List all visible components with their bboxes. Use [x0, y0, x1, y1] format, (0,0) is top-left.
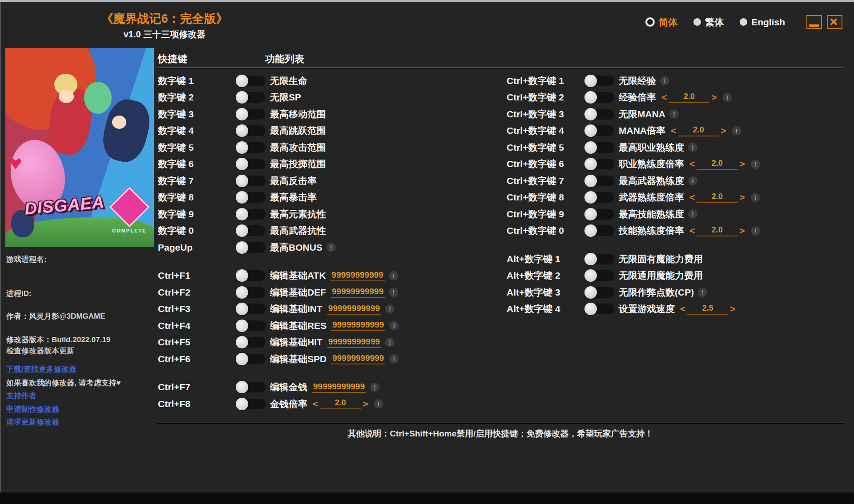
- toggle-switch[interactable]: [237, 209, 266, 220]
- toggle-knob-icon: [236, 191, 248, 204]
- cover-art-shape: [84, 82, 112, 114]
- request-update-link[interactable]: 请求更新修改器: [6, 417, 59, 427]
- stepper-value-field[interactable]: 2.0: [697, 192, 737, 203]
- check-update-link[interactable]: 检查修改器版本更新: [6, 346, 74, 356]
- toggle-switch[interactable]: [237, 382, 266, 392]
- trainer-row: 数字键 9最高元素抗性: [158, 206, 399, 223]
- stepper-decrease-icon[interactable]: <: [688, 225, 697, 236]
- support-author-link[interactable]: 支持作者: [6, 391, 36, 401]
- stepper-value-field[interactable]: 2.0: [697, 159, 737, 170]
- alert-icon: !: [688, 209, 697, 219]
- toggle-switch[interactable]: [586, 209, 614, 220]
- toggle-switch[interactable]: [586, 125, 614, 136]
- stepper-increase-icon[interactable]: >: [709, 92, 718, 103]
- more-trainers-link[interactable]: 下载/查找更多修改器: [6, 364, 77, 374]
- stepper-decrease-icon[interactable]: <: [660, 92, 669, 103]
- toggle-switch[interactable]: [237, 270, 266, 281]
- hotkey-label: 数字键 0: [158, 224, 237, 237]
- stepper-value-field[interactable]: 2.0: [678, 125, 719, 136]
- function-label: 金钱倍率: [270, 398, 307, 410]
- toggle-switch[interactable]: [586, 287, 614, 298]
- function-label: 编辑基础INT: [270, 303, 322, 315]
- stepper-value-field[interactable]: 2.0: [669, 92, 709, 103]
- hotkey-label: Alt+数字键 1: [507, 253, 586, 265]
- value-field[interactable]: 99999999999: [327, 304, 381, 315]
- function-label: 编辑基础DEF: [270, 286, 326, 299]
- toggle-switch[interactable]: [237, 92, 266, 103]
- language-bar: 简体 繁体 English: [645, 15, 842, 29]
- stepper-value-field[interactable]: 2.5: [687, 304, 728, 315]
- value-field[interactable]: 99999999999: [312, 382, 366, 393]
- stepper-increase-icon[interactable]: >: [728, 304, 737, 314]
- toggle-switch[interactable]: [237, 337, 266, 348]
- hotkey-label: 数字键 1: [158, 75, 237, 87]
- toggle-switch[interactable]: [586, 192, 614, 203]
- toggle-switch[interactable]: [586, 76, 614, 86]
- stepper-value-field[interactable]: 2.0: [320, 398, 361, 409]
- alert-icon: !: [751, 160, 760, 169]
- toggle-switch[interactable]: [586, 225, 614, 236]
- toggle-knob-icon: [236, 353, 248, 365]
- toggle-switch[interactable]: [237, 159, 266, 169]
- function-label: 武器熟练度倍率: [619, 191, 684, 204]
- toggle-switch[interactable]: [237, 225, 266, 236]
- toggle-switch[interactable]: [586, 109, 614, 120]
- value-field[interactable]: 99999999999: [331, 320, 385, 331]
- toggle-switch[interactable]: [237, 176, 266, 186]
- toggle-switch[interactable]: [237, 76, 266, 86]
- stepper-decrease-icon[interactable]: <: [311, 399, 320, 409]
- stepper-decrease-icon[interactable]: <: [669, 125, 678, 136]
- hotkey-label: Ctrl+数字键 1: [507, 75, 586, 87]
- toggle-switch[interactable]: [586, 142, 614, 153]
- hotkey-label: Ctrl+数字键 3: [507, 108, 586, 120]
- footer-note: 其他说明：Ctrl+Shift+Home禁用/启用快捷键；免费修改器，希望玩家广…: [158, 428, 843, 440]
- value-field[interactable]: 99999999999: [330, 287, 385, 298]
- value-field[interactable]: 99999999999: [330, 270, 385, 281]
- toggle-switch[interactable]: [237, 399, 266, 409]
- toggle-switch[interactable]: [237, 287, 266, 298]
- trainer-row: 数字键 1无限生命: [158, 72, 399, 89]
- complete-label: COMPLETE: [112, 228, 146, 233]
- toggle-switch[interactable]: [237, 304, 266, 314]
- stepper-increase-icon[interactable]: >: [361, 399, 370, 409]
- game-title: 《魔界战记6：完全版》: [40, 11, 289, 27]
- function-label: 最高BONUS: [270, 241, 322, 254]
- function-label: 编辑基础SPD: [270, 353, 326, 365]
- lang-radio-simplified[interactable]: 简体: [645, 16, 677, 28]
- toggle-switch[interactable]: [586, 254, 614, 264]
- toggle-switch[interactable]: [237, 142, 266, 153]
- alert-icon: !: [688, 143, 697, 152]
- stepper-increase-icon[interactable]: >: [719, 125, 728, 136]
- toggle-switch[interactable]: [237, 354, 266, 364]
- function-label: 无限生命: [270, 75, 307, 87]
- function-label: 职业熟练度倍率: [619, 158, 684, 170]
- toggle-switch[interactable]: [237, 320, 266, 331]
- toggle-switch[interactable]: [586, 159, 614, 169]
- toggle-switch[interactable]: [586, 270, 614, 281]
- stepper-decrease-icon[interactable]: <: [688, 159, 697, 169]
- stepper-value-field[interactable]: 2.0: [697, 225, 737, 236]
- stepper-increase-icon[interactable]: >: [737, 225, 746, 236]
- stepper-decrease-icon[interactable]: <: [688, 192, 697, 203]
- stepper-increase-icon[interactable]: >: [737, 192, 746, 203]
- minimize-button[interactable]: [806, 15, 822, 29]
- alert-icon: !: [688, 176, 697, 185]
- toggle-switch[interactable]: [586, 176, 614, 186]
- toggle-switch[interactable]: [237, 125, 266, 136]
- hotkey-column-header: 快捷键: [158, 52, 187, 66]
- toggle-switch[interactable]: [586, 92, 614, 103]
- toggle-switch[interactable]: [237, 109, 266, 120]
- request-make-link[interactable]: 申请制作修改器: [6, 404, 59, 414]
- toggle-switch[interactable]: [586, 304, 614, 314]
- lang-radio-traditional[interactable]: 繁体: [693, 16, 724, 28]
- close-button[interactable]: [827, 15, 842, 29]
- toggle-switch[interactable]: [237, 192, 266, 203]
- value-field[interactable]: 99999999999: [331, 353, 385, 364]
- function-column-header: 功能列表: [265, 52, 304, 66]
- lang-radio-english[interactable]: English: [740, 17, 785, 28]
- stepper-decrease-icon[interactable]: <: [678, 304, 687, 314]
- stepper-increase-icon[interactable]: >: [737, 159, 746, 169]
- toggle-knob-icon: [236, 398, 248, 410]
- value-field[interactable]: 99999999999: [327, 337, 381, 348]
- toggle-switch[interactable]: [237, 242, 266, 253]
